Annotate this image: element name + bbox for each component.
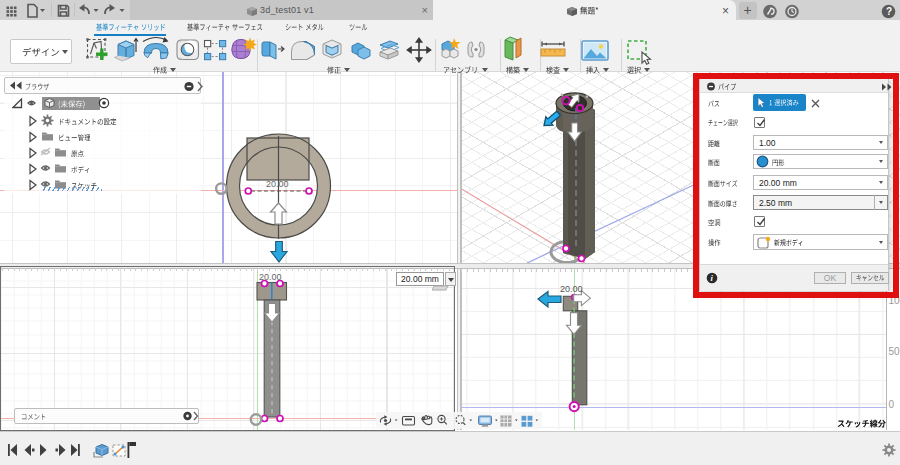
svg-text:?: ? bbox=[886, 6, 892, 17]
svg-text:20.00: 20.00 bbox=[266, 179, 289, 189]
svg-text:20.00: 20.00 bbox=[560, 284, 583, 294]
